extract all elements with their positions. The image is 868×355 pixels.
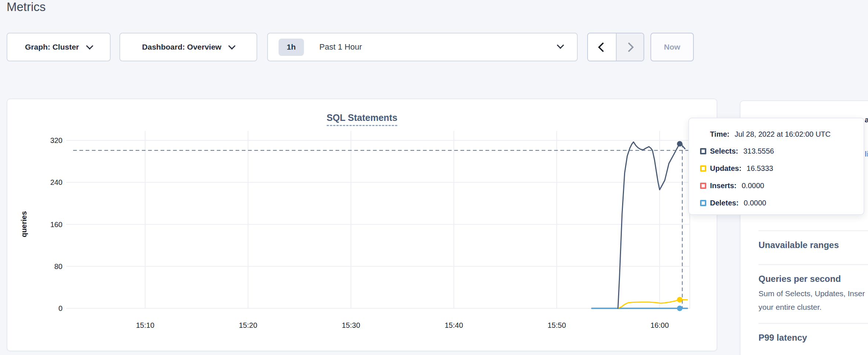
time-back-button[interactable]	[588, 33, 616, 61]
page-title: Metrics	[7, 0, 46, 14]
dashboard-dropdown[interactable]: Dashboard: Overview	[119, 33, 257, 61]
selects-swatch-icon	[700, 148, 706, 154]
time-range-badge: 1h	[279, 39, 304, 56]
tooltip-series-row: Inserts: 0.0000	[700, 182, 764, 190]
sql-statements-chart-card: 15:1015:2015:3015:4015:5016:000801602403…	[7, 98, 717, 351]
updates-swatch-icon	[700, 165, 706, 172]
svg-text:15:50: 15:50	[548, 321, 566, 329]
svg-text:240: 240	[50, 178, 62, 186]
tooltip-series-row: Selects: 313.5556	[700, 147, 774, 155]
chevron-left-icon	[598, 42, 608, 52]
svg-text:15:20: 15:20	[239, 321, 257, 329]
tooltip-series-row: Updates: 16.5333	[700, 164, 773, 173]
sql-statements-chart[interactable]: 15:1015:2015:3015:4015:5016:000801602403…	[7, 99, 717, 351]
svg-text:160: 160	[50, 220, 62, 229]
now-button[interactable]: Now	[650, 33, 694, 61]
sidebar-item-p99-latency: P99 latency	[758, 333, 807, 343]
svg-text:320: 320	[50, 136, 62, 144]
inserts-swatch-icon	[700, 183, 706, 189]
tooltip-series-value: 0.0000	[742, 182, 764, 190]
tooltip-series-label: Updates:	[710, 164, 742, 173]
chart-title-wrap: SQL Statements	[7, 112, 717, 126]
graph-dropdown-label: Graph: Cluster	[25, 43, 79, 51]
time-pager	[587, 33, 644, 61]
sidebar-item-description-line: Sum of Selects, Updates, Inser	[758, 289, 865, 298]
svg-text:15:40: 15:40	[445, 321, 463, 329]
svg-text:queries: queries	[20, 211, 28, 237]
chevron-down-icon	[86, 42, 93, 50]
chart-hover-tooltip: Time:Jul 28, 2022 at 16:02:00 UTC Select…	[688, 118, 864, 215]
divider	[758, 230, 868, 231]
sidebar-item-queries-per-second: Queries per second	[758, 274, 841, 284]
tooltip-series-value: 0.0000	[744, 199, 766, 207]
tooltip-series-label: Selects:	[710, 147, 738, 155]
tooltip-time-label: Time:	[710, 130, 729, 138]
time-forward-button[interactable]	[616, 33, 644, 61]
tooltip-series-value: 16.5333	[747, 164, 773, 173]
clipped-sidebar-text: a	[865, 115, 868, 124]
divider	[758, 264, 868, 265]
divider	[758, 323, 868, 324]
tooltip-series-label: Deletes:	[710, 199, 739, 207]
dashboard-dropdown-label: Dashboard: Overview	[142, 43, 222, 51]
deletes-swatch-icon	[700, 200, 706, 206]
tooltip-series-row: Deletes: 0.0000	[700, 199, 766, 207]
sidebar-item-description-line: your entire cluster.	[758, 303, 822, 312]
chevron-down-icon	[557, 42, 564, 49]
svg-text:15:10: 15:10	[136, 321, 154, 329]
tooltip-series-value: 313.5556	[743, 147, 774, 155]
time-range-label: Past 1 Hour	[319, 42, 362, 52]
svg-text:80: 80	[54, 262, 62, 270]
tooltip-time-value: Jul 28, 2022 at 16:02:00 UTC	[735, 130, 831, 138]
sidebar-item-unavailable-ranges: Unavailable ranges	[758, 240, 839, 250]
tooltip-time-row: Time:Jul 28, 2022 at 16:02:00 UTC	[710, 130, 831, 139]
tooltip-series-label: Inserts:	[710, 182, 736, 190]
svg-text:15:30: 15:30	[342, 321, 360, 329]
graph-dropdown[interactable]: Graph: Cluster	[7, 33, 111, 61]
chart-title[interactable]: SQL Statements	[327, 112, 398, 126]
svg-text:16:00: 16:00	[650, 321, 669, 329]
clipped-sidebar-link: li	[865, 150, 868, 158]
chevron-right-icon	[624, 42, 634, 52]
chevron-down-icon	[229, 42, 236, 50]
time-range-selector[interactable]: 1h Past 1 Hour	[267, 33, 578, 61]
svg-text:0: 0	[58, 304, 62, 312]
